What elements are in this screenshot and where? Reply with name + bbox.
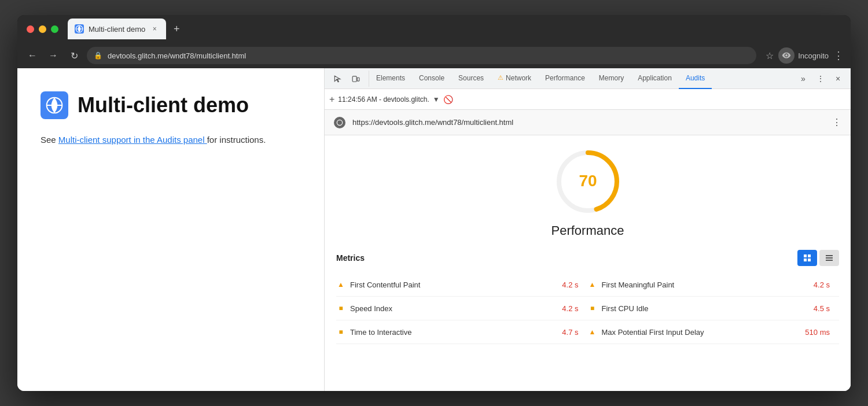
tab-console-label: Console	[419, 74, 444, 82]
page-description: See Multi-client support in the Audits p…	[41, 133, 301, 147]
tab-elements-label: Elements	[376, 74, 405, 82]
tab-performance[interactable]: Performance	[538, 68, 592, 89]
incognito-label: Incognito	[798, 51, 829, 60]
description-after: for instructions.	[207, 135, 266, 145]
more-tabs-button[interactable]: »	[795, 71, 811, 87]
browser-menu-icon[interactable]: ⋮	[833, 49, 844, 62]
svg-rect-12	[804, 259, 807, 261]
tab-console[interactable]: Console	[412, 68, 451, 89]
audit-results: 70 Performance Metrics	[325, 135, 851, 391]
tab-audits[interactable]: Audits	[679, 68, 712, 89]
devtools-close-button[interactable]: ×	[830, 71, 846, 87]
metrics-grid-view-button[interactable]	[797, 250, 817, 266]
add-audit-button[interactable]: +	[329, 94, 334, 105]
metric-item: First CPU Idle 4.5 s	[588, 297, 840, 320]
address-bar: ← → ↻ 🔒 devtools.glitch.me/wndt78/multic…	[17, 43, 851, 68]
tab-audits-label: Audits	[686, 74, 705, 82]
tab-bar: Multi-client demo × +	[68, 19, 841, 39]
tab-performance-label: Performance	[545, 74, 585, 82]
forward-button[interactable]: →	[45, 47, 61, 64]
svg-text:70: 70	[579, 172, 597, 190]
tab-title: Multi-client demo	[89, 25, 145, 34]
metric-item: Max Potential First Input Delay 510 ms	[588, 320, 840, 344]
metric-value-fci: 4.5 s	[814, 304, 839, 313]
devtools-secondary-bar: + 11:24:56 AM - devtools.glitch. ▼ 🚫	[325, 89, 851, 110]
metric-name-fci: First CPU Idle	[602, 304, 809, 313]
metric-value-fmp: 4.2 s	[814, 280, 839, 289]
metric-value-mpfid: 510 ms	[805, 328, 839, 337]
metric-item: Time to Interactive 4.7 s	[336, 320, 588, 344]
score-circle: 70	[553, 147, 623, 216]
secondary-bar-left: + 11:24:56 AM - devtools.glitch. ▼ 🚫	[329, 94, 453, 105]
new-tab-button[interactable]: +	[168, 21, 185, 37]
audit-timestamp: 11:24:56 AM - devtools.glitch.	[338, 95, 429, 104]
audit-block-icon[interactable]: 🚫	[443, 95, 453, 104]
metric-name-fmp: First Meaningful Paint	[602, 280, 809, 289]
tab-application-label: Application	[638, 74, 672, 82]
svg-rect-5	[357, 77, 359, 81]
tab-sources-label: Sources	[458, 74, 484, 82]
close-traffic-light[interactable]	[27, 25, 34, 33]
tab-sources[interactable]: Sources	[451, 68, 491, 89]
address-input-wrap: 🔒 devtools.glitch.me/wndt78/multiclient.…	[87, 47, 756, 64]
metric-value-fcp: 4.2 s	[562, 280, 587, 289]
svg-point-6	[337, 120, 342, 125]
tab-favicon	[75, 24, 84, 34]
devtools-toolbar: Elements Console Sources ⚠ Network Perfo…	[325, 68, 851, 89]
svg-rect-11	[808, 254, 811, 257]
devtools-panel: Elements Console Sources ⚠ Network Perfo…	[324, 68, 851, 391]
metric-icon-tti	[336, 327, 345, 337]
metrics-title: Metrics	[336, 253, 365, 263]
tab-network-label: Network	[506, 74, 531, 82]
incognito-icon	[778, 47, 795, 64]
audit-url: https://devtools.glitch.me/wndt78/multic…	[352, 118, 825, 127]
metric-name-tti: Time to Interactive	[350, 328, 557, 337]
metric-icon-si	[336, 304, 345, 313]
tab-close-button[interactable]: ×	[150, 24, 159, 34]
metric-name-si: Speed Index	[350, 304, 557, 313]
metric-icon-fcp	[336, 280, 345, 289]
incognito-button[interactable]: Incognito	[778, 47, 829, 64]
metric-icon-fci	[588, 304, 597, 313]
metric-icon-fmp	[588, 280, 597, 289]
metric-item: First Meaningful Paint 4.2 s	[588, 273, 840, 297]
reload-button[interactable]: ↻	[66, 47, 82, 64]
maximize-traffic-light[interactable]	[51, 25, 58, 33]
devtools-tab-actions: » ⋮ ×	[790, 71, 851, 87]
tab-memory-label: Memory	[599, 74, 624, 82]
star-icon[interactable]: ☆	[766, 50, 774, 61]
metric-name-mpfid: Max Potential First Input Delay	[602, 328, 801, 337]
page-link[interactable]: Multi-client support in the Audits panel	[58, 135, 207, 145]
tab-application[interactable]: Application	[631, 68, 679, 89]
metrics-grid: First Contentful Paint 4.2 s First Meani…	[336, 273, 839, 344]
browser-tab[interactable]: Multi-client demo ×	[68, 19, 166, 39]
tab-memory[interactable]: Memory	[592, 68, 631, 89]
minimize-traffic-light[interactable]	[39, 25, 46, 33]
metrics-header: Metrics	[336, 250, 839, 266]
audit-url-more-icon[interactable]: ⋮	[832, 117, 841, 128]
devtools-tabs: Elements Console Sources ⚠ Network Perfo…	[369, 68, 790, 89]
metric-name-fcp: First Contentful Paint	[350, 280, 557, 289]
back-button[interactable]: ←	[24, 47, 41, 64]
svg-rect-4	[352, 76, 356, 81]
traffic-lights	[27, 25, 58, 33]
metric-value-tti: 4.7 s	[562, 328, 587, 337]
metrics-list-view-button[interactable]	[819, 250, 839, 266]
score-label: Performance	[551, 223, 624, 238]
devtools-settings-button[interactable]: ⋮	[812, 71, 829, 87]
metric-icon-mpfid	[588, 327, 597, 337]
address-right-icons: ☆	[766, 50, 774, 61]
metric-item: First Contentful Paint 4.2 s	[336, 273, 588, 297]
browser-content: Multi-client demo See Multi-client suppo…	[17, 68, 851, 391]
select-element-icon[interactable]	[329, 71, 345, 87]
address-input[interactable]: devtools.glitch.me/wndt78/multiclient.ht…	[87, 47, 756, 64]
tab-network[interactable]: ⚠ Network	[491, 68, 538, 89]
device-toggle-icon[interactable]	[348, 71, 364, 87]
lock-icon: 🔒	[94, 51, 102, 60]
devtools-icons	[325, 71, 369, 87]
metric-item: Speed Index 4.2 s	[336, 297, 588, 320]
svg-rect-15	[826, 257, 833, 259]
audit-url-bar: https://devtools.glitch.me/wndt78/multic…	[325, 110, 851, 135]
tab-elements[interactable]: Elements	[369, 68, 412, 89]
audit-dropdown-icon[interactable]: ▼	[433, 95, 440, 104]
